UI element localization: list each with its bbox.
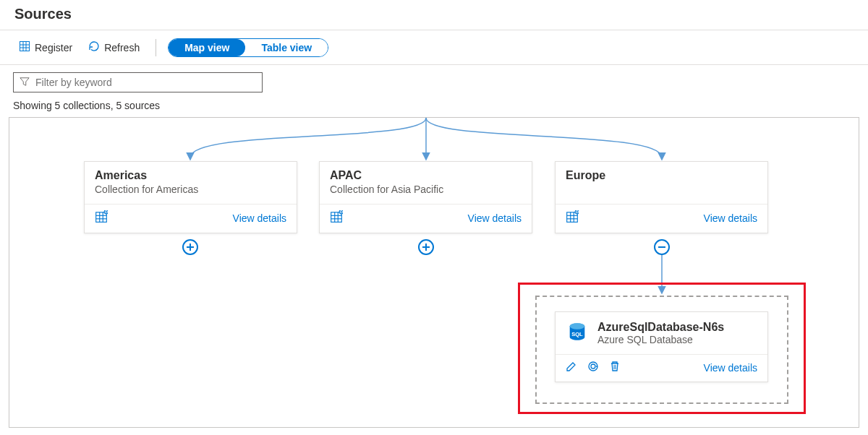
card-header: APAC Collection for Asia Pacific <box>320 162 532 204</box>
edit-icon[interactable] <box>566 361 577 374</box>
toolbar-divider <box>156 39 156 56</box>
filter-icon <box>20 77 30 89</box>
collection-subtitle: Collection for Americas <box>95 184 286 195</box>
summary-label: Showing 5 collections, 5 sources <box>0 95 868 117</box>
table-view-tab[interactable]: Table view <box>245 39 328 56</box>
grid-icon[interactable] <box>330 210 343 225</box>
collapse-button-europe[interactable] <box>654 239 670 255</box>
source-footer: View details <box>556 355 767 382</box>
collection-title: Americas <box>95 169 286 182</box>
source-header: SQL AzureSqlDatabase-N6s Azure SQL Datab… <box>556 312 767 355</box>
collection-card-americas[interactable]: Americas Collection for Americas View de… <box>84 161 297 233</box>
grid-icon[interactable] <box>566 210 579 225</box>
card-header: Americas Collection for Americas <box>85 162 297 204</box>
filter-input-wrap[interactable] <box>13 72 263 92</box>
view-details-link[interactable]: View details <box>704 362 757 374</box>
view-details-link[interactable]: View details <box>468 212 522 224</box>
register-icon <box>19 40 30 54</box>
map-view-tab[interactable]: Map view <box>169 39 245 56</box>
register-button[interactable]: Register <box>14 38 77 57</box>
collection-title: Europe <box>566 169 757 182</box>
filter-row <box>0 65 868 95</box>
scan-icon[interactable] <box>587 361 599 374</box>
refresh-icon <box>88 40 100 54</box>
svg-point-38 <box>591 364 595 369</box>
card-footer: View details <box>556 204 767 233</box>
toolbar: Register Refresh Map view Table view <box>0 30 868 65</box>
svg-text:SQL: SQL <box>571 331 583 337</box>
expand-button-apac[interactable] <box>418 239 434 255</box>
collection-card-apac[interactable]: APAC Collection for Asia Pacific View de… <box>319 161 532 233</box>
collection-card-europe[interactable]: Europe View details <box>555 161 768 233</box>
collection-subtitle: Collection for Asia Pacific <box>330 184 522 195</box>
source-card[interactable]: SQL AzureSqlDatabase-N6s Azure SQL Datab… <box>555 311 768 382</box>
refresh-button[interactable]: Refresh <box>84 38 144 57</box>
collection-title: APAC <box>330 169 522 182</box>
svg-rect-0 <box>20 42 30 51</box>
svg-point-35 <box>570 323 585 329</box>
source-type: Azure SQL Database <box>597 334 724 345</box>
filter-input[interactable] <box>34 76 256 89</box>
source-name: AzureSqlDatabase-N6s <box>597 321 724 334</box>
card-footer: View details <box>320 204 532 233</box>
card-header: Europe <box>556 162 767 204</box>
delete-icon[interactable] <box>609 361 621 374</box>
azure-sql-icon: SQL <box>566 321 589 344</box>
view-details-link[interactable]: View details <box>704 212 757 224</box>
expand-button-americas[interactable] <box>182 239 198 255</box>
register-label: Register <box>35 42 72 53</box>
refresh-label: Refresh <box>104 42 140 53</box>
map-canvas[interactable]: Americas Collection for Americas View de… <box>9 117 859 428</box>
card-footer: View details <box>85 204 297 233</box>
view-details-link[interactable]: View details <box>233 212 286 224</box>
grid-icon[interactable] <box>95 210 108 225</box>
page-title: Sources <box>0 0 868 30</box>
view-toggle: Map view Table view <box>168 38 328 57</box>
